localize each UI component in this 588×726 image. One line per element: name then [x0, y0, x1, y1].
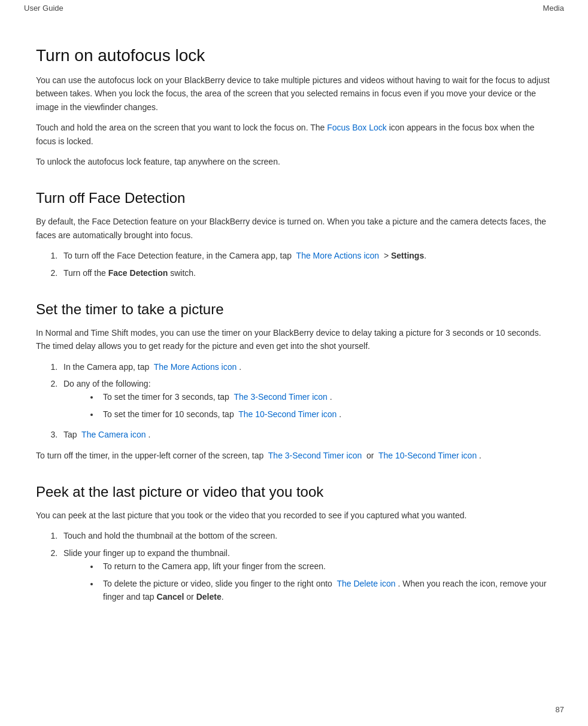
settings-label: Settings	[391, 251, 424, 260]
header-right: Media	[543, 4, 564, 13]
section-timer: Set the timer to take a picture In Norma…	[36, 301, 552, 462]
peek-bullets: To return to the Camera app, lift your f…	[99, 560, 552, 603]
peek-step-2: Slide your finger up to expand the thumb…	[60, 546, 552, 604]
camera-icon-link: The Camera icon	[81, 430, 146, 439]
peek-step-1: Touch and hold the thumbnail at the bott…	[60, 529, 552, 542]
ten-second-timer-icon-link-2: The 10-Second Timer icon	[378, 451, 477, 460]
autofocus-para-1: You can use the autofocus lock on your B…	[36, 74, 552, 114]
face-detection-step-2: Turn off the Face Detection switch.	[60, 266, 552, 280]
three-second-timer-icon-link-2: The 3-Second Timer icon	[268, 451, 362, 460]
section-peek: Peek at the last picture or video that y…	[36, 484, 552, 603]
more-actions-icon-link-2: The More Actions icon	[154, 362, 237, 372]
section-peek-heading: Peek at the last picture or video that y…	[36, 484, 552, 500]
page-number: 87	[556, 705, 564, 714]
focus-box-lock-link: Focus Box Lock	[327, 123, 387, 132]
timer-bullets: To set the timer for 3 seconds, tap The …	[99, 390, 552, 421]
ten-second-timer-icon-link-1: The 10-Second Timer icon	[238, 409, 337, 419]
timer-step-2: Do any of the following: To set the time…	[60, 377, 552, 421]
section-autofocus-heading: Turn on autofocus lock	[36, 46, 552, 65]
timer-para-1: In Normal and Time Shift modes, you can …	[36, 326, 552, 353]
peek-steps: Touch and hold the thumbnail at the bott…	[60, 529, 552, 603]
section-face-detection-heading: Turn off Face Detection	[36, 190, 552, 206]
section-timer-heading: Set the timer to take a picture	[36, 301, 552, 318]
header-left: User Guide	[24, 4, 63, 13]
timer-steps: In the Camera app, tap The More Actions …	[60, 360, 552, 442]
face-detection-para-1: By default, the Face Detection feature o…	[36, 215, 552, 242]
page-header: User Guide Media	[0, 0, 588, 16]
autofocus-para-2: Touch and hold the area on the screen th…	[36, 121, 552, 148]
face-detection-step-1: To turn off the Face Detection feature, …	[60, 249, 552, 262]
timer-bullet-1: To set the timer for 3 seconds, tap The …	[99, 390, 552, 403]
peek-para-1: You can peek at the last picture that yo…	[36, 509, 552, 522]
autofocus-para-3: To unlock the autofocus lock feature, ta…	[36, 155, 552, 168]
peek-bullet-1: To return to the Camera app, lift your f…	[99, 560, 552, 573]
timer-step-1: In the Camera app, tap The More Actions …	[60, 360, 552, 373]
page-content: Turn on autofocus lock You can use the a…	[0, 16, 588, 649]
timer-step-3: Tap The Camera icon .	[60, 428, 552, 441]
section-autofocus: Turn on autofocus lock You can use the a…	[36, 46, 552, 168]
delete-label: Delete	[196, 592, 222, 602]
more-actions-icon-link-1: The More Actions icon	[296, 251, 380, 260]
section-face-detection: Turn off Face Detection By default, the …	[36, 190, 552, 280]
delete-icon-link: The Delete icon	[337, 579, 395, 588]
cancel-label: Cancel	[157, 592, 184, 602]
peek-bullet-2: To delete the picture or video, slide yo…	[99, 577, 552, 604]
three-second-timer-icon-link-1: The 3-Second Timer icon	[234, 392, 327, 402]
timer-bullet-2: To set the timer for 10 seconds, tap The…	[99, 408, 552, 421]
timer-after-steps: To turn off the timer, in the upper-left…	[36, 449, 552, 462]
face-detection-steps: To turn off the Face Detection feature, …	[60, 249, 552, 280]
face-detection-label: Face Detection	[108, 268, 168, 278]
page-container: User Guide Media Turn on autofocus lock …	[0, 0, 588, 726]
